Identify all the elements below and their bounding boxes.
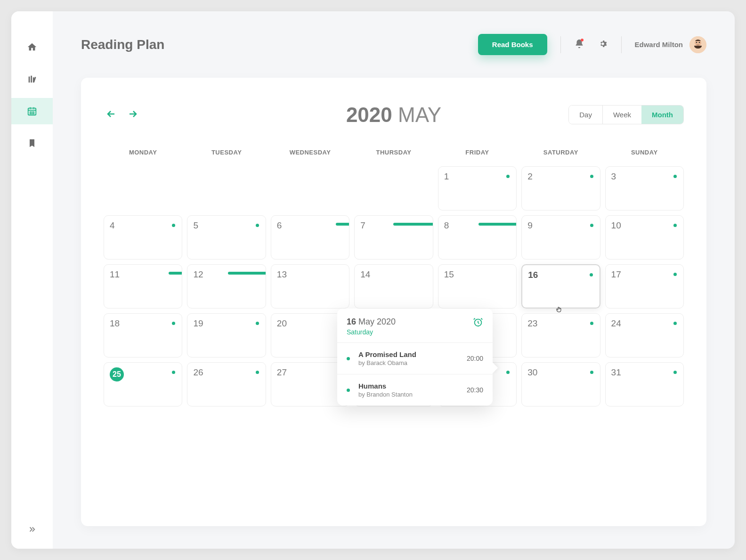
event-indicator-dot (256, 371, 259, 374)
day-number: 6 (277, 220, 343, 231)
reading-event-item[interactable]: A Promised Landby Barack Obama20:00 (337, 343, 493, 374)
day-number: 8 (444, 220, 511, 231)
reading-event-item[interactable]: Humansby Brandon Stanton20:30 (337, 374, 493, 406)
event-indicator-dot (673, 175, 677, 178)
svg-point-5 (32, 113, 32, 114)
event-bar (169, 272, 182, 275)
read-books-button[interactable]: Read Books (478, 34, 547, 55)
day-number: 26 (193, 367, 259, 378)
prev-month-button[interactable] (104, 106, 119, 123)
event-time: 20:30 (467, 386, 483, 394)
day-number: 19 (193, 318, 259, 329)
settings-button[interactable] (598, 39, 608, 51)
svg-point-6 (33, 113, 34, 114)
page-title: Reading Plan (81, 37, 164, 52)
sidebar-expand-button[interactable] (28, 525, 36, 536)
notifications-button[interactable] (574, 39, 584, 51)
day-number: 3 (611, 171, 678, 182)
weekday-label: WEDNESDAY (271, 149, 349, 156)
day-number: 9 (527, 220, 594, 231)
divider (621, 36, 622, 53)
day-number: 5 (193, 220, 259, 231)
svg-point-1 (30, 112, 31, 112)
calendar-day-cell[interactable]: 6 (271, 215, 349, 260)
view-option-week[interactable]: Week (602, 106, 641, 124)
event-indicator-dot (256, 224, 259, 227)
weekday-label: THURSDAY (354, 149, 433, 156)
day-number: 30 (527, 367, 594, 378)
event-time: 20:00 (467, 355, 483, 362)
event-indicator-dot (673, 322, 677, 325)
next-month-button[interactable] (125, 106, 140, 123)
calendar-day-cell[interactable]: 18 (104, 313, 182, 357)
calendar-icon (27, 106, 37, 116)
calendar-day-cell[interactable]: 10 (605, 215, 684, 260)
sidebar-item-home[interactable] (11, 34, 53, 60)
svg-point-4 (30, 113, 31, 114)
calendar-day-cell[interactable]: 25 (104, 362, 182, 406)
calendar-day-cell[interactable]: 30 (521, 362, 600, 406)
user-name: Edward Milton (635, 41, 683, 49)
gear-icon (598, 39, 608, 49)
view-option-month[interactable]: Month (641, 106, 683, 124)
svg-point-2 (32, 112, 32, 112)
view-switcher: Day Week Month (568, 105, 684, 124)
calendar-day-cell[interactable]: 23 (521, 313, 600, 357)
divider (560, 36, 561, 53)
calendar-day-cell[interactable]: 7 (354, 215, 433, 260)
weekday-label: TUESDAY (187, 149, 266, 156)
calendar-day-cell[interactable]: 15 (438, 264, 517, 308)
event-indicator-dot (673, 273, 677, 276)
event-indicator-dot (590, 273, 593, 276)
svg-point-10 (699, 41, 700, 43)
calendar-empty-cell (271, 166, 349, 211)
calendar-day-cell[interactable]: 12 (187, 264, 266, 308)
calendar-day-cell[interactable]: 9 (521, 215, 600, 260)
calendar-day-cell[interactable]: 26 (187, 362, 266, 406)
weekday-label: MONDAY (104, 149, 182, 156)
weekday-label: FRIDAY (438, 149, 517, 156)
day-number: 10 (611, 220, 678, 231)
calendar-day-cell[interactable]: 3 (605, 166, 684, 211)
sidebar-item-calendar[interactable] (11, 98, 53, 124)
arrow-left-icon (105, 108, 117, 120)
day-number: 23 (527, 318, 594, 329)
calendar-day-cell[interactable]: 11 (104, 264, 182, 308)
weekday-header: MONDAYTUESDAYWEDNESDAYTHURSDAYFRIDAYSATU… (104, 149, 684, 156)
popover-weekday: Saturday (347, 328, 396, 336)
calendar-day-cell[interactable]: 14 (354, 264, 433, 308)
calendar-day-cell[interactable]: 8 (438, 215, 517, 260)
pointer-cursor-icon (555, 306, 563, 315)
event-indicator-dot (256, 322, 259, 325)
weekday-label: SATURDAY (521, 149, 600, 156)
calendar-day-cell[interactable]: 31 (605, 362, 684, 406)
calendar-day-cell[interactable]: 16 (521, 264, 600, 308)
alarm-button[interactable] (473, 317, 483, 329)
calendar-day-cell[interactable]: 24 (605, 313, 684, 357)
event-bar (336, 223, 349, 226)
arrow-right-icon (127, 108, 138, 120)
user-menu[interactable]: Edward Milton (635, 36, 707, 53)
day-number: 17 (611, 269, 678, 280)
book-author: by Brandon Stanton (358, 391, 458, 398)
event-indicator-dot (590, 224, 593, 227)
calendar-day-cell[interactable]: 2 (521, 166, 600, 211)
calendar-day-cell[interactable]: 4 (104, 215, 182, 260)
calendar-day-cell[interactable]: 5 (187, 215, 266, 260)
svg-point-3 (33, 112, 34, 112)
event-dot (347, 389, 350, 392)
event-dot (347, 357, 350, 360)
book-title: Humans (358, 382, 458, 390)
book-author: by Barack Obama (358, 359, 458, 366)
sidebar-item-library[interactable] (11, 66, 53, 92)
calendar-day-cell[interactable]: 19 (187, 313, 266, 357)
calendar-day-cell[interactable]: 17 (605, 264, 684, 308)
day-number: 20 (277, 318, 343, 329)
day-number: 31 (611, 367, 678, 378)
notification-indicator (581, 39, 584, 41)
sidebar-item-bookmarks[interactable] (11, 130, 53, 156)
calendar-empty-cell (354, 166, 433, 211)
calendar-day-cell[interactable]: 1 (438, 166, 517, 211)
view-option-day[interactable]: Day (569, 106, 602, 124)
calendar-day-cell[interactable]: 13 (271, 264, 349, 308)
